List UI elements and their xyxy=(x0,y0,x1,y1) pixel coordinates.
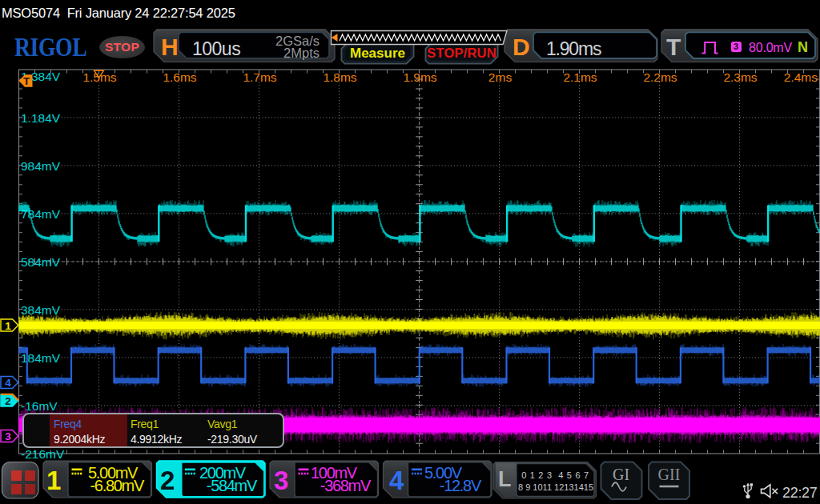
svg-text:2.1ms: 2.1ms xyxy=(563,70,597,84)
svg-text:2.2ms: 2.2ms xyxy=(643,70,677,84)
svg-text:2: 2 xyxy=(5,395,11,407)
svg-text:1: 1 xyxy=(5,320,11,332)
svg-text:2ms: 2ms xyxy=(488,70,512,84)
svg-text:2.4ms: 2.4ms xyxy=(784,70,818,84)
svg-text:3: 3 xyxy=(5,430,11,442)
svg-text:384mV: 384mV xyxy=(21,303,61,317)
svg-text:584mV: 584mV xyxy=(21,255,61,269)
svg-text:4: 4 xyxy=(5,377,11,389)
svg-text:2.3ms: 2.3ms xyxy=(723,70,757,84)
svg-text:984mV: 984mV xyxy=(21,159,61,173)
svg-text:1.9ms: 1.9ms xyxy=(403,70,436,84)
svg-text:1.7ms: 1.7ms xyxy=(243,70,276,84)
svg-text:1.8ms: 1.8ms xyxy=(323,70,356,84)
svg-text:1.6ms: 1.6ms xyxy=(163,70,196,84)
svg-text:-216mV: -216mV xyxy=(21,447,65,461)
svg-text:1.184V: 1.184V xyxy=(21,111,61,125)
svg-text:T: T xyxy=(23,75,30,87)
